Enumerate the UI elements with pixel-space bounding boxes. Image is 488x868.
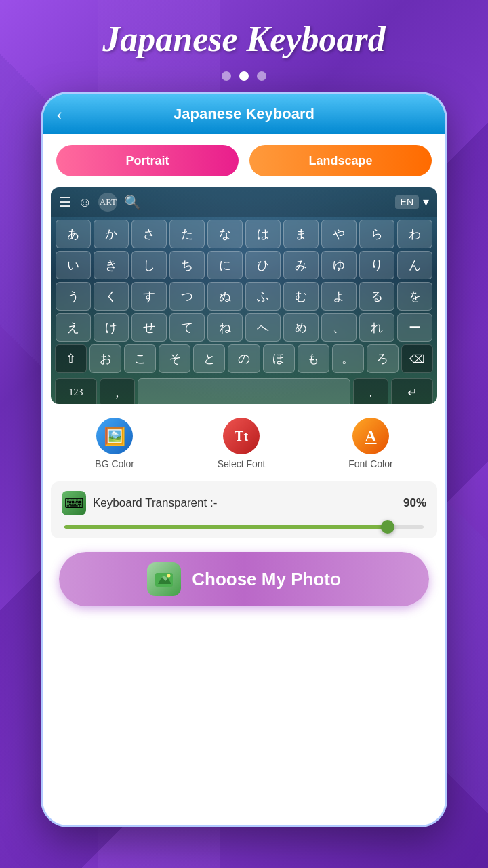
app-header: ‹ Japanese Keyboard	[43, 94, 445, 134]
dot-1	[222, 71, 231, 81]
key-ha[interactable]: は	[245, 220, 281, 248]
key-fu[interactable]: ふ	[245, 282, 281, 311]
key-yu[interactable]: ゆ	[321, 251, 357, 279]
key-su[interactable]: す	[131, 282, 167, 311]
key-i[interactable]: い	[56, 251, 91, 279]
key-ke[interactable]: け	[94, 313, 129, 342]
menu-icon[interactable]: ☰	[59, 194, 71, 210]
choose-photo-button[interactable]: Choose My Photo	[59, 552, 429, 606]
key-hi[interactable]: ひ	[245, 251, 281, 279]
slider-track[interactable]	[64, 525, 424, 529]
key-na[interactable]: な	[207, 220, 243, 248]
slider-label: Keyboard Transparent :-	[93, 496, 217, 510]
key-ni[interactable]: に	[207, 251, 243, 279]
key-row-2: い き し ち に ひ み ゆ り ん	[55, 251, 433, 279]
key-mo[interactable]: も	[298, 344, 329, 373]
key-chi[interactable]: ち	[169, 251, 205, 279]
dot-3	[257, 71, 266, 81]
key-shi[interactable]: し	[131, 251, 167, 279]
font-color-icon: A	[352, 418, 389, 454]
lang-badge: EN	[395, 195, 419, 209]
key-ma[interactable]: ま	[283, 220, 319, 248]
key-ne[interactable]: ね	[207, 313, 243, 342]
space-key[interactable]	[138, 378, 350, 404]
key-so[interactable]: そ	[159, 344, 190, 373]
key-row-3: う く す つ ぬ ふ む よ る を	[55, 282, 433, 311]
font-color-option[interactable]: A Font Color	[348, 418, 392, 469]
key-ri[interactable]: り	[359, 251, 394, 279]
phone-frame: ‹ Japanese Keyboard Portrait Landscape ☰…	[41, 92, 447, 827]
key-comma-jp[interactable]: 、	[321, 313, 357, 342]
key-wa[interactable]: わ	[397, 220, 432, 248]
keyboard-keys: あ か さ た な は ま や ら わ い き し ち に ひ み ゆ	[51, 217, 437, 378]
key-he[interactable]: へ	[245, 313, 281, 342]
key-tsu[interactable]: つ	[169, 282, 205, 311]
key-re[interactable]: れ	[359, 313, 394, 342]
font-color-label: Font Color	[348, 458, 392, 469]
period-key[interactable]: .	[353, 378, 388, 404]
key-yo[interactable]: よ	[321, 282, 357, 311]
key-a[interactable]: あ	[56, 220, 91, 248]
key-ho[interactable]: ほ	[263, 344, 295, 373]
back-button[interactable]: ‹	[56, 103, 62, 125]
key-n[interactable]: ん	[397, 251, 432, 279]
key-ka[interactable]: か	[94, 220, 129, 248]
search-icon[interactable]: 🔍	[124, 194, 141, 210]
shift-key[interactable]: ⇧	[55, 344, 87, 373]
key-no[interactable]: の	[228, 344, 260, 373]
dot-2	[239, 71, 249, 81]
key-ki[interactable]: き	[94, 251, 129, 279]
keyboard-area: ☰ ☺ ART 🔍 EN ▾ あ か さ た な は ま や ら	[51, 187, 437, 404]
comma-key[interactable]: ,	[100, 378, 135, 404]
key-e[interactable]: え	[56, 313, 91, 342]
key-ta[interactable]: た	[169, 220, 205, 248]
key-sa[interactable]: さ	[131, 220, 167, 248]
tab-portrait[interactable]: Portrait	[56, 145, 239, 176]
chevron-down-icon[interactable]: ▾	[423, 195, 429, 210]
backspace-key[interactable]: ⌫	[401, 344, 433, 373]
toolbar-right: EN ▾	[395, 195, 429, 210]
select-font-label: Select Font	[218, 458, 266, 469]
key-row-1: あ か さ た な は ま や ら わ	[55, 220, 433, 248]
toolbar-left: ☰ ☺ ART 🔍	[59, 193, 141, 212]
select-font-option[interactable]: Tt Select Font	[218, 418, 266, 469]
art-icon[interactable]: ART	[98, 193, 117, 212]
key-dash[interactable]: ー	[397, 313, 432, 342]
key-ya[interactable]: や	[321, 220, 357, 248]
select-font-icon: Tt	[223, 418, 260, 454]
key-ru[interactable]: る	[359, 282, 394, 311]
emoji-icon[interactable]: ☺	[78, 195, 92, 210]
key-te[interactable]: て	[169, 313, 205, 342]
page-title: Japanese Keyboard	[0, 19, 488, 59]
key-nu[interactable]: ぬ	[207, 282, 243, 311]
key-o[interactable]: お	[89, 344, 121, 373]
page-indicator	[0, 71, 488, 81]
key-ra[interactable]: ら	[359, 220, 394, 248]
key-ro[interactable]: ろ	[367, 344, 399, 373]
key-ko[interactable]: こ	[124, 344, 156, 373]
slider-fill	[64, 525, 388, 529]
photo-icon	[147, 562, 181, 596]
slider-thumb[interactable]	[381, 520, 394, 534]
key-ku[interactable]: く	[94, 282, 129, 311]
key-period-jp[interactable]: 。	[332, 344, 364, 373]
tab-landscape[interactable]: Landscape	[249, 145, 432, 176]
key-wo[interactable]: を	[397, 282, 432, 311]
slider-header: ⌨ Keyboard Transparent :- 90%	[62, 491, 426, 515]
tabs-row: Portrait Landscape	[43, 134, 445, 182]
header-title: Japanese Keyboard	[174, 105, 314, 123]
bg-color-label: BG Color	[95, 458, 134, 469]
key-se[interactable]: せ	[131, 313, 167, 342]
bg-color-option[interactable]: 🖼️ BG Color	[95, 418, 134, 469]
keyboard-toolbar: ☰ ☺ ART 🔍 EN ▾	[51, 187, 437, 217]
numeric-key[interactable]: 123	[55, 378, 97, 404]
key-mi[interactable]: み	[283, 251, 319, 279]
key-mu[interactable]: む	[283, 282, 319, 311]
keyboard-transparent-icon: ⌨	[62, 491, 86, 515]
key-u[interactable]: う	[56, 282, 91, 311]
key-me[interactable]: め	[283, 313, 319, 342]
key-to[interactable]: と	[193, 344, 225, 373]
enter-key[interactable]: ↵	[391, 378, 433, 404]
svg-point-4	[167, 574, 171, 578]
choose-photo-label: Choose My Photo	[192, 569, 341, 590]
